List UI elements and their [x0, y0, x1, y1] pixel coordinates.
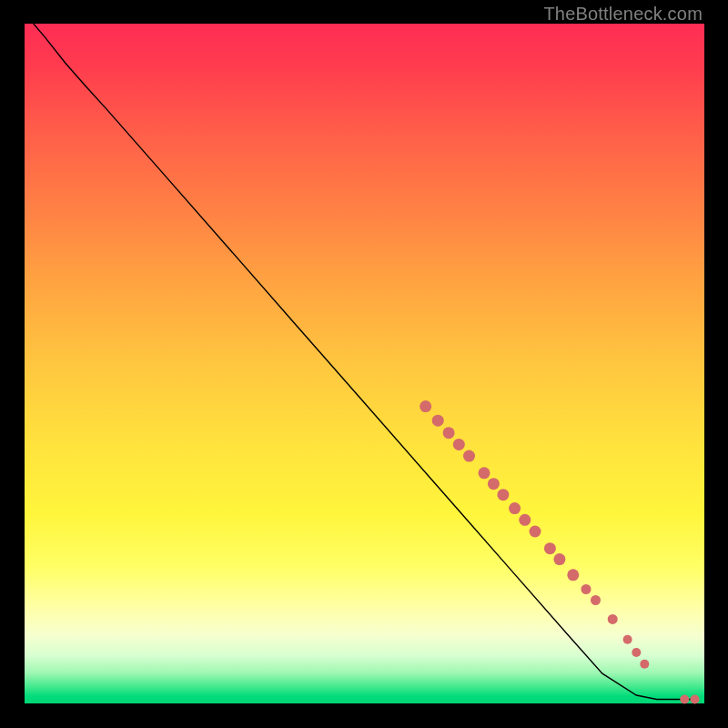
data-point: [640, 660, 649, 669]
data-point: [488, 478, 500, 490]
data-point: [553, 553, 565, 565]
data-point: [432, 415, 444, 427]
data-point: [479, 467, 490, 479]
data-point: [497, 489, 509, 500]
data-point: [632, 648, 641, 657]
data-point: [691, 695, 700, 704]
data-point: [509, 502, 521, 514]
data-point: [463, 450, 475, 462]
data-point: [591, 595, 601, 605]
watermark-text: TheBottleneck.com: [543, 4, 703, 25]
data-points-group: [420, 400, 699, 703]
data-point: [453, 439, 465, 450]
data-point: [530, 526, 541, 538]
data-point: [544, 542, 556, 554]
data-point: [519, 514, 531, 526]
data-point: [581, 584, 592, 594]
data-point: [567, 569, 579, 581]
chart-svg: [25, 24, 704, 703]
data-point: [420, 400, 431, 412]
data-point: [680, 695, 689, 704]
data-point: [443, 427, 455, 439]
data-point: [608, 614, 618, 624]
data-point: [623, 635, 632, 644]
